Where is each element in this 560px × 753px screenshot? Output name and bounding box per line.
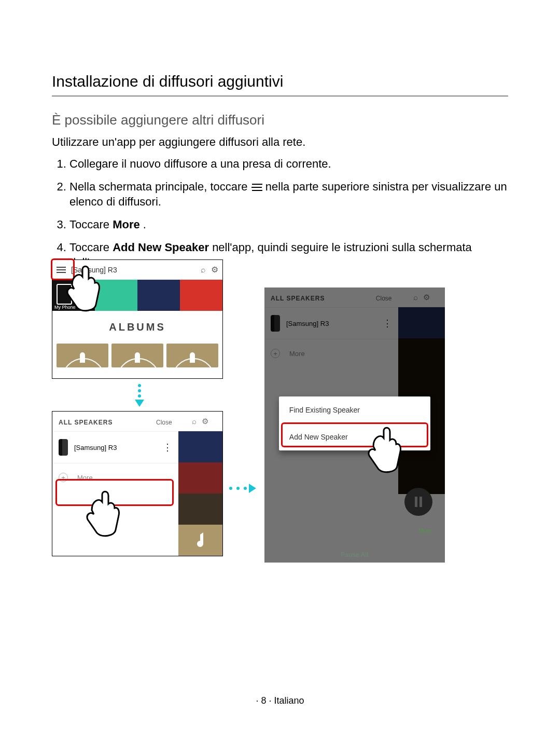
step-2-text-a: Nella schermata principale, toccare	[69, 180, 251, 193]
speaker-icon	[59, 439, 68, 456]
flow-arrow-down	[135, 382, 144, 407]
speaker-list-item[interactable]: [Samsung] R3 ⋮	[52, 431, 178, 463]
step-2: Nella schermata principale, toccare nell…	[69, 179, 508, 210]
search-icon[interactable]: ⌕	[192, 417, 197, 426]
plus-icon: +	[59, 473, 68, 482]
album-thumb[interactable]	[166, 344, 218, 367]
drawer-close-button[interactable]: Close	[156, 419, 172, 426]
step-3-text-b: .	[143, 218, 146, 231]
popup-add-new[interactable]: Add New Speaker	[279, 423, 430, 450]
tile-service-3[interactable]	[180, 280, 222, 311]
bg-tile	[178, 431, 222, 462]
step-3-bold: More	[113, 218, 140, 231]
screenshot-drawer: ⌕ ⚙ ALL SPEAKERS Close [Samsung] R3 ⋮	[52, 411, 223, 556]
drawer-title: ALL SPEAKERS	[59, 419, 113, 426]
settings-icon[interactable]: ⚙	[211, 265, 218, 275]
step-4-text-a: Toccare	[69, 241, 113, 254]
tile-my-phone-label: My Phone	[54, 305, 76, 310]
bottom-more-label: More	[418, 527, 431, 533]
tile-service-1[interactable]	[95, 280, 137, 311]
screenshot-popup: ⌕ ⚙ ALL SPEAKERS Close [Samsung] R3 ⋮ +	[264, 287, 445, 563]
step-4-bold: Add New Speaker	[113, 241, 209, 254]
drawer-more-label: More	[77, 474, 93, 482]
hamburger-icon[interactable]	[57, 264, 68, 276]
step-3-text-a: Toccare	[69, 218, 113, 231]
intro-paragraph: Utilizzare un'app per aggiungere diffuso…	[52, 135, 508, 149]
step-1: Collegare il nuovo diffusore a una presa…	[69, 156, 508, 172]
settings-icon[interactable]: ⚙	[202, 417, 208, 426]
popup-find-existing[interactable]: Find Existing Speaker	[279, 396, 430, 423]
tile-service-2[interactable]	[137, 280, 180, 311]
search-icon[interactable]: ⌕	[201, 265, 206, 275]
steps-list: Collegare il nuovo diffusore a una presa…	[52, 156, 508, 270]
album-thumb[interactable]	[111, 344, 163, 367]
step-3: Toccare More .	[69, 217, 508, 232]
bg-tile	[178, 462, 222, 494]
drawer-more-button[interactable]: + More	[52, 463, 178, 491]
page-title: Installazione di diffusori aggiuntivi	[52, 73, 508, 97]
page-subtitle: È possibile aggiungere altri diffusori	[52, 112, 508, 128]
current-device-label: [Samsung] R3	[71, 266, 195, 274]
page-footer: · 8 · Italiano	[0, 695, 560, 706]
bg-tile	[178, 525, 222, 556]
speaker-name: [Samsung] R3	[74, 444, 117, 451]
pause-button	[404, 488, 432, 516]
hamburger-icon-inline	[251, 183, 262, 191]
tile-my-phone[interactable]: My Phone	[52, 280, 95, 311]
music-note-icon	[193, 531, 207, 549]
flow-arrow-right	[227, 484, 256, 493]
screenshot-home: [Samsung] R3 ⌕ ⚙ My Phone ALBUMS	[52, 259, 223, 379]
bg-tile	[178, 494, 222, 525]
album-thumb[interactable]	[57, 344, 108, 367]
albums-header: ALBUMS	[52, 311, 222, 344]
more-options-icon[interactable]: ⋮	[163, 442, 172, 453]
add-speaker-popup: Find Existing Speaker Add New Speaker	[279, 396, 430, 450]
pause-all-label: Pause All	[264, 551, 445, 558]
